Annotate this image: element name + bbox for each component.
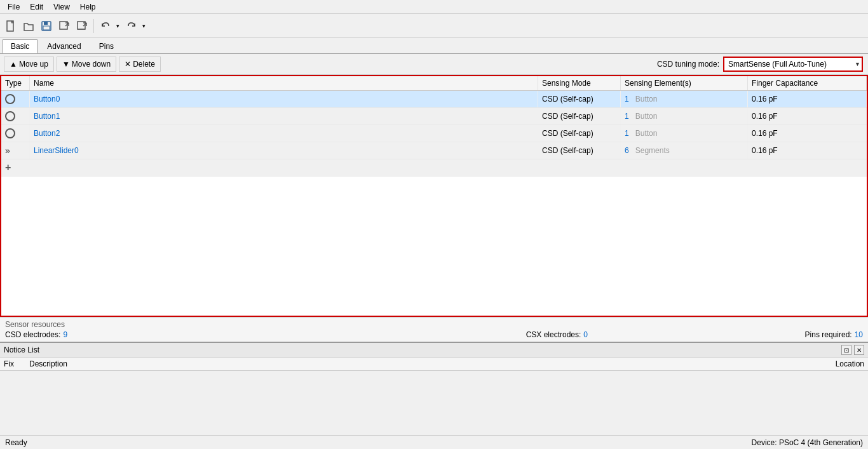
notice-description-header: Description <box>25 358 792 370</box>
csd-tuning-select[interactable]: SmartSense (Full Auto-Tune) Manual Tunin… <box>723 57 863 72</box>
cell-finger-cap: 0.16 pF <box>748 125 867 142</box>
tab-advanced[interactable]: Advanced <box>39 39 89 53</box>
csd-tuning-wrapper: SmartSense (Full Auto-Tune) Manual Tunin… <box>723 57 863 72</box>
move-up-icon: ▲ <box>10 60 17 69</box>
table-row[interactable]: » LinearSlider0 CSD (Self-cap) 6 Segment… <box>1 142 867 159</box>
cell-sensing-elements: 1 Button <box>621 108 748 124</box>
notice-fix-header: Fix <box>0 358 25 370</box>
header-sensing-elements: Sensing Element(s) <box>621 76 748 90</box>
cell-name: Button1 <box>30 108 538 124</box>
cell-name: Button0 <box>30 91 538 107</box>
header-sensing-mode: Sensing Mode <box>538 76 621 90</box>
device-text: Device: PSoC 4 (4th Generation) <box>752 438 863 447</box>
header-name: Name <box>30 76 538 90</box>
export2-button[interactable] <box>74 18 90 34</box>
delete-button[interactable]: ✕ Delete <box>119 57 161 72</box>
save-button[interactable] <box>38 18 55 34</box>
menu-help[interactable]: Help <box>75 1 101 13</box>
pins-value: 10 <box>855 330 863 339</box>
csd-label: CSD electrodes: <box>5 330 60 339</box>
status-text: Ready <box>5 438 27 447</box>
move-down-button[interactable]: ▼ Move down <box>57 57 116 72</box>
sensing-num: 1 <box>625 95 629 104</box>
csd-value: 9 <box>63 330 67 339</box>
sensor-table: Type Name Sensing Mode Sensing Element(s… <box>0 75 868 317</box>
open-button[interactable] <box>20 18 37 34</box>
redo-main[interactable] <box>123 18 139 34</box>
notice-table-header: Fix Description Location <box>0 358 868 371</box>
circle-icon <box>5 128 15 138</box>
menu-edit[interactable]: Edit <box>25 1 48 13</box>
content-area: ▲ Move up ▼ Move down ✕ Delete CSD tunin… <box>0 54 868 435</box>
csd-tuning-label: CSD tuning mode: <box>657 60 719 69</box>
table-row[interactable]: Button0 CSD (Self-cap) 1 Button 0.16 pF <box>1 91 867 108</box>
cell-sensing-mode: CSD (Self-cap) <box>538 125 621 142</box>
delete-label: Delete <box>133 60 155 69</box>
menu-file[interactable]: File <box>3 1 25 13</box>
notice-close-button[interactable]: ✕ <box>854 345 864 355</box>
toolbar-sep1 <box>93 19 94 33</box>
csd-tuning-section: CSD tuning mode: SmartSense (Full Auto-T… <box>657 57 863 72</box>
new-button[interactable] <box>3 18 19 34</box>
tab-pins[interactable]: Pins <box>91 39 122 53</box>
undo-button[interactable]: ▾ <box>97 18 122 34</box>
undo-arrow[interactable]: ▾ <box>113 18 122 34</box>
redo-arrow[interactable]: ▾ <box>139 18 148 34</box>
csx-label: CSX electrodes: <box>526 330 581 339</box>
notice-list: Notice List ⊡ ✕ Fix Description Location <box>0 342 868 396</box>
sensing-type: Button <box>635 95 658 104</box>
sensing-num: 6 <box>625 146 629 155</box>
cell-type <box>1 91 30 107</box>
notice-body <box>0 371 868 396</box>
pins-label: Pins required: <box>805 330 852 339</box>
csx-value: 0 <box>583 330 588 339</box>
cell-name: Button2 <box>30 125 538 142</box>
svg-rect-4 <box>44 22 48 25</box>
undo-main[interactable] <box>97 18 113 34</box>
table-row[interactable]: Button1 CSD (Self-cap) 1 Button 0.16 pF <box>1 108 867 125</box>
sensing-type: Segments <box>635 146 670 155</box>
table-row[interactable]: Button2 CSD (Self-cap) 1 Button 0.16 pF <box>1 125 867 142</box>
pins-required-stat: Pins required: 10 <box>805 330 863 339</box>
sensor-resources: Sensor resources CSD electrodes: 9 CSX e… <box>0 317 868 342</box>
cell-type: » <box>1 142 30 159</box>
sensing-num: 1 <box>625 112 629 121</box>
svg-rect-5 <box>43 26 50 30</box>
move-up-button[interactable]: ▲ Move up <box>4 57 54 72</box>
cell-sensing-mode: CSD (Self-cap) <box>538 142 621 159</box>
action-toolbar: ▲ Move up ▼ Move down ✕ Delete CSD tunin… <box>0 54 868 75</box>
cell-sensing-mode: CSD (Self-cap) <box>538 108 621 124</box>
menu-view[interactable]: View <box>48 1 75 13</box>
notice-title: Notice List <box>4 345 39 354</box>
sensor-name: Button0 <box>34 95 60 104</box>
statusbar: Ready Device: PSoC 4 (4th Generation) <box>0 435 868 449</box>
sensing-num: 1 <box>625 129 629 138</box>
move-down-icon: ▼ <box>62 60 70 69</box>
cell-type <box>1 108 30 124</box>
header-type: Type <box>1 76 30 90</box>
tab-basic[interactable]: Basic <box>3 39 37 53</box>
toolbar: ▾ ▾ <box>0 14 868 38</box>
redo-button[interactable]: ▾ <box>123 18 148 34</box>
sensing-type: Button <box>635 112 658 121</box>
cell-sensing-mode: CSD (Self-cap) <box>538 91 621 107</box>
header-finger-cap: Finger Capacitance <box>748 76 867 90</box>
cell-type <box>1 125 30 142</box>
sensor-name: Button2 <box>34 129 60 138</box>
tab-bar: Basic Advanced Pins <box>0 38 868 54</box>
table-empty-area <box>1 176 867 316</box>
export1-button[interactable] <box>56 18 72 34</box>
notice-location-header: Location <box>792 358 868 370</box>
cell-name: LinearSlider0 <box>30 142 538 159</box>
app-window: File Edit View Help ▾ <box>0 0 868 449</box>
notice-header: Notice List ⊡ ✕ <box>0 343 868 358</box>
sensor-name: Button1 <box>34 112 60 121</box>
sensing-type: Button <box>635 129 658 138</box>
circle-icon <box>5 94 15 104</box>
sensor-resources-title: Sensor resources <box>5 320 863 329</box>
menubar: File Edit View Help <box>0 0 868 14</box>
add-sensor-row[interactable]: + <box>1 159 867 176</box>
notice-restore-button[interactable]: ⊡ <box>841 345 851 355</box>
cell-sensing-elements: 1 Button <box>621 125 748 142</box>
delete-icon: ✕ <box>125 60 131 69</box>
